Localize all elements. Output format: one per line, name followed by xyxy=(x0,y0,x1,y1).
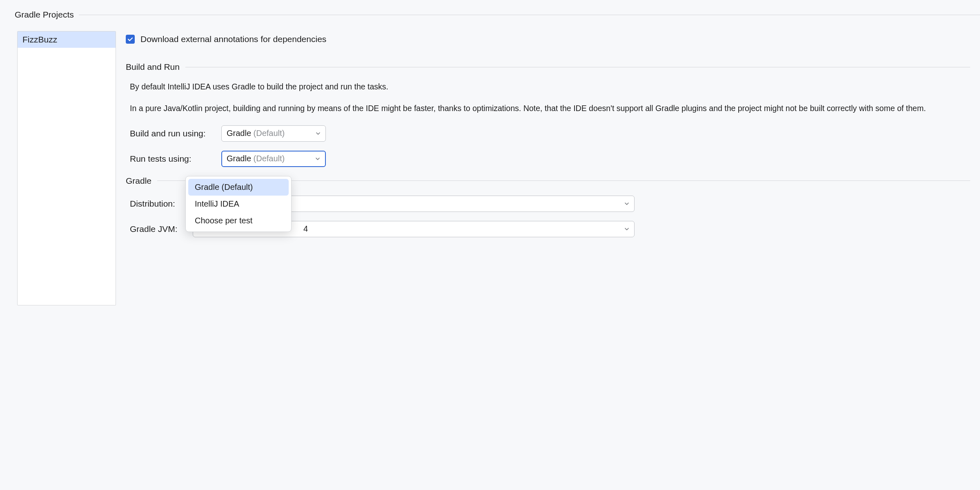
projects-sidebar: FizzBuzz xyxy=(17,31,116,305)
tests-using-label: Run tests using: xyxy=(130,154,221,164)
chevron-down-icon xyxy=(315,130,321,137)
build-run-description-1: By default IntelliJ IDEA uses Gradle to … xyxy=(126,82,970,92)
panel-header: Gradle Projects xyxy=(0,10,980,20)
build-using-row: Build and run using: Gradle (Default) xyxy=(126,125,970,142)
tests-using-dropdown: Gradle (Default) IntelliJ IDEA Choose pe… xyxy=(185,176,292,232)
check-icon xyxy=(127,36,134,42)
download-annotations-row: Download external annotations for depend… xyxy=(126,34,970,44)
download-annotations-label: Download external annotations for depend… xyxy=(140,34,326,44)
distribution-label: Distribution: xyxy=(130,199,193,209)
panel-body: FizzBuzz Download external annotations f… xyxy=(0,31,980,305)
combo-partial-value: 4 xyxy=(303,224,308,234)
divider xyxy=(79,15,980,15)
dropdown-option-gradle[interactable]: Gradle (Default) xyxy=(188,179,289,196)
build-using-combo[interactable]: Gradle (Default) xyxy=(221,125,326,142)
gradle-projects-panel: Gradle Projects FizzBuzz Download extern… xyxy=(0,0,980,305)
build-run-header: Build and Run xyxy=(126,62,970,72)
divider xyxy=(185,67,970,67)
chevron-down-icon xyxy=(624,226,630,232)
chevron-down-icon xyxy=(314,156,321,162)
build-run-description-2: In a pure Java/Kotlin project, building … xyxy=(126,103,970,114)
gradle-jvm-label: Gradle JVM: xyxy=(130,224,193,234)
build-using-label: Build and run using: xyxy=(130,129,221,138)
combo-value: Gradle (Default) xyxy=(227,129,285,138)
dropdown-option-choose-per-test[interactable]: Choose per test xyxy=(188,212,289,229)
panel-title: Gradle Projects xyxy=(15,10,79,20)
download-annotations-checkbox[interactable] xyxy=(126,35,135,44)
tests-using-combo[interactable]: Gradle (Default) xyxy=(221,151,326,167)
build-run-title: Build and Run xyxy=(126,62,185,72)
dropdown-option-intellij[interactable]: IntelliJ IDEA xyxy=(188,196,289,212)
chevron-down-icon xyxy=(624,200,630,207)
settings-content: Download external annotations for depend… xyxy=(116,31,980,305)
combo-value: Gradle (Default) xyxy=(227,154,285,163)
gradle-title: Gradle xyxy=(126,176,157,186)
tests-using-row: Run tests using: Gradle (Default) xyxy=(126,151,970,167)
sidebar-item-label: FizzBuzz xyxy=(22,35,57,44)
sidebar-item-fizzbuzz[interactable]: FizzBuzz xyxy=(18,31,116,48)
